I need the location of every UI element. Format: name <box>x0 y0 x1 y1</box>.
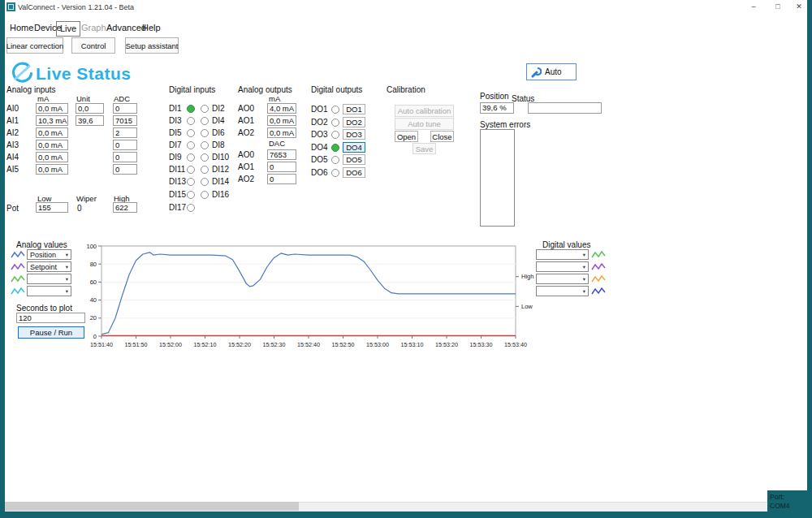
do-indicator-DO6 <box>331 169 339 177</box>
di-indicator-DI12 <box>201 166 209 174</box>
svg-text:60: 60 <box>90 278 97 286</box>
series-color-icon-4 <box>11 287 25 296</box>
ai3-adc-field[interactable]: 0 <box>113 140 137 150</box>
svg-text:80: 80 <box>90 261 97 268</box>
di-indicator-DI1 <box>187 105 195 113</box>
auto-button[interactable]: Auto <box>526 63 577 80</box>
close-button[interactable]: ✕ <box>789 1 809 12</box>
close-valve-button[interactable]: Close <box>430 131 454 142</box>
auto-tune-button[interactable]: Auto tune <box>395 118 454 130</box>
digital-select-3[interactable]: ▾ <box>536 274 589 284</box>
maximize-button[interactable]: □ <box>768 1 788 12</box>
di-label-DI9: DI9 <box>169 153 182 162</box>
analog-select-4[interactable]: ▾ <box>27 286 71 296</box>
analog-values-label: Analog values <box>16 240 67 249</box>
app-icon <box>6 2 15 11</box>
col-ma-label: mA <box>37 95 49 103</box>
pause-run-button[interactable]: Pause / Run <box>18 326 84 339</box>
di-label-DI6: DI6 <box>212 128 225 137</box>
scrollbar-thumb[interactable] <box>5 502 299 511</box>
do-indicator-DO3 <box>331 131 339 139</box>
analog-select-1[interactable]: Position ▾ <box>27 249 71 260</box>
pot-high-field[interactable]: 622 <box>113 202 137 213</box>
ao0-dac-field[interactable]: 7653 <box>267 149 296 160</box>
ao0-ma-field[interactable]: 4,0 mA <box>267 103 296 114</box>
pot-low-field[interactable]: 155 <box>36 202 68 213</box>
do-button-DO3[interactable]: DO3 <box>343 129 365 140</box>
ai4-label: AI4 <box>6 153 19 162</box>
di-label-DI7: DI7 <box>169 140 182 149</box>
analog-select-3[interactable]: ▾ <box>27 274 71 284</box>
setup-assistant-button[interactable]: Setup assistant <box>125 37 179 54</box>
digital-color-icon-4 <box>591 287 606 296</box>
chevron-down-icon: ▾ <box>66 264 68 270</box>
status-field[interactable] <box>528 102 602 114</box>
ai0-unit-field[interactable]: 0,0 <box>76 103 104 114</box>
di-indicator-DI6 <box>201 129 209 137</box>
ao2-dac-label: AO2 <box>238 175 254 183</box>
do-button-DO2[interactable]: DO2 <box>343 117 365 127</box>
svg-text:15:52:40: 15:52:40 <box>297 341 320 348</box>
analog-inputs-section-label: Analog inputs <box>6 85 56 94</box>
digital-select-1[interactable]: ▾ <box>536 249 589 260</box>
menu-help[interactable]: Help <box>139 21 164 35</box>
linear-correction-button[interactable]: Linear correction <box>6 37 63 54</box>
minimize-button[interactable]: – <box>744 1 763 12</box>
digital-values-label: Digital values <box>542 240 590 249</box>
ao1-ma-field[interactable]: 0,0 mA <box>267 115 296 126</box>
ao1-dac-label: AO1 <box>238 162 254 171</box>
di-label-DI16: DI16 <box>212 190 229 199</box>
series-color-icon-1 <box>11 250 25 259</box>
position-field[interactable]: 39,6 % <box>480 102 514 114</box>
open-button[interactable]: Open <box>395 131 418 142</box>
do-label-DO1: DO1 <box>311 105 328 114</box>
ao1-label: AO1 <box>238 116 254 125</box>
ai5-adc-field[interactable]: 0 <box>113 164 137 175</box>
digital-outputs-section-label: Digital outputs <box>311 85 362 94</box>
di-label-DI2: DI2 <box>212 104 225 113</box>
do-button-DO1[interactable]: DO1 <box>343 104 365 114</box>
system-errors-list[interactable] <box>480 129 515 227</box>
do-label-DO4: DO4 <box>311 143 328 152</box>
ai3-ma-field[interactable]: 0,0 mA <box>36 140 68 150</box>
digital-select-2[interactable]: ▾ <box>536 261 589 272</box>
di-indicator-DI17 <box>187 204 195 212</box>
ai3-label: AI3 <box>6 140 19 149</box>
save-button[interactable]: Save <box>412 143 436 154</box>
ai1-adc-field[interactable]: 7015 <box>113 115 137 126</box>
ai5-ma-field[interactable]: 0,0 mA <box>36 164 68 175</box>
ai0-adc-field[interactable]: 0 <box>113 103 137 114</box>
analog-outputs-section-label: Analog outputs <box>238 85 292 94</box>
analog-select-2[interactable]: Setpoint ▾ <box>27 261 71 272</box>
digital-select-4[interactable]: ▾ <box>536 286 589 296</box>
di-indicator-DI16 <box>201 191 209 199</box>
ao1-dac-field[interactable]: 0 <box>267 162 296 172</box>
ai2-adc-field[interactable]: 2 <box>113 127 137 138</box>
do-button-DO6[interactable]: DO6 <box>343 167 365 178</box>
di-indicator-DI14 <box>201 178 209 186</box>
control-button[interactable]: Control <box>71 37 115 54</box>
do-button-DO4[interactable]: DO4 <box>343 142 365 153</box>
svg-text:100: 100 <box>86 243 97 250</box>
do-indicator-DO1 <box>331 106 339 114</box>
auto-calibration-button[interactable]: Auto calibration <box>395 105 454 117</box>
ai1-ma-field[interactable]: 10,3 mA <box>36 115 68 126</box>
system-errors-label: System errors <box>480 120 530 129</box>
chevron-down-icon: ▾ <box>583 288 585 295</box>
ai1-unit-field[interactable]: 39,6 <box>76 115 104 126</box>
do-button-DO5[interactable]: DO5 <box>343 154 365 165</box>
svg-text:15:51:50: 15:51:50 <box>125 341 148 348</box>
ai2-ma-field[interactable]: 0,0 mA <box>36 127 68 138</box>
calibration-section-label: Calibration <box>387 85 425 94</box>
svg-text:15:53:10: 15:53:10 <box>401 341 424 348</box>
series-color-icon-3 <box>11 274 25 283</box>
window-title: ValConnect - Version 1.21.04 - Beta <box>18 3 134 11</box>
ao2-dac-field[interactable]: 0 <box>267 174 296 184</box>
ai4-adc-field[interactable]: 0 <box>113 152 137 162</box>
digital-inputs-section-label: Digital inputs <box>169 85 215 94</box>
menu-live[interactable]: Live <box>56 21 80 37</box>
ai0-ma-field[interactable]: 0,0 mA <box>36 103 68 114</box>
ai4-ma-field[interactable]: 0,0 mA <box>36 152 68 162</box>
seconds-to-plot-field[interactable]: 120 <box>16 313 85 323</box>
ao2-ma-field[interactable]: 0,0 mA <box>267 127 296 138</box>
